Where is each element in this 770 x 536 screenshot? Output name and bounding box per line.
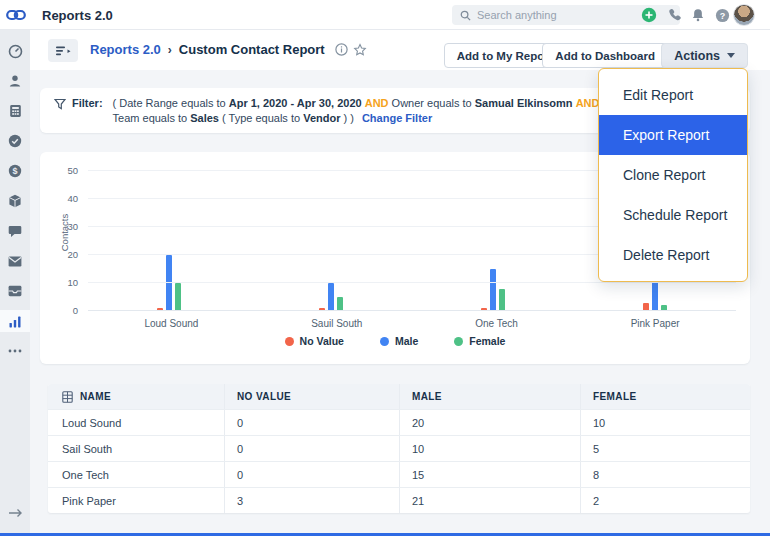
report-data-table: NAMENO VALUEMALEFEMALE Loud Sound02010Sa… — [48, 384, 750, 513]
filter-segment: Samual Elkinsomn — [475, 97, 573, 109]
sidebar-item-products-icon[interactable] — [0, 190, 30, 212]
sidebar-item-tasks-icon[interactable] — [0, 130, 30, 152]
table-cell-name: One Tech — [48, 462, 225, 487]
chart-legend: No ValueMaleFemale — [40, 335, 750, 347]
y-axis-ticks: 01020304050 — [40, 171, 82, 311]
table-row[interactable]: Sail South0105 — [48, 435, 750, 461]
breadcrumb-parent-link[interactable]: Reports 2.0 — [90, 42, 161, 57]
report-list-toggle-button[interactable] — [48, 39, 78, 62]
actions-button[interactable]: Actions — [661, 43, 748, 68]
brand-logo-icon[interactable] — [6, 7, 26, 27]
bar-male[interactable] — [166, 255, 172, 311]
x-axis-category-label: Sauil South — [311, 318, 362, 329]
table-cell-value: 10 — [400, 436, 581, 461]
y-tick-label: 20 — [67, 249, 78, 260]
filter-criteria-text: ( Date Range equals to Apr 1, 2020 - Apr… — [113, 96, 618, 133]
add-to-dashboard-button[interactable]: Add to Dashboard — [542, 43, 668, 68]
filter-segment: AND — [576, 97, 600, 109]
table-row[interactable]: Pink Paper3212 — [48, 487, 750, 513]
sidebar-item-email-icon[interactable] — [0, 250, 30, 272]
table-grid-icon — [62, 391, 73, 403]
x-axis-category-label: One Tech — [475, 318, 518, 329]
filter-label: Filter: — [72, 97, 103, 133]
breadcrumb-separator: › — [168, 43, 172, 57]
sidebar-item-dashboard-icon[interactable] — [0, 40, 30, 62]
menu-item-export-report[interactable]: Export Report — [599, 115, 747, 155]
actions-button-label: Actions — [674, 49, 720, 63]
filter-segment: Sales — [190, 112, 219, 124]
sidebar-expand-arrow-icon[interactable] — [0, 502, 30, 524]
table-header-cell: NO VALUE — [225, 384, 400, 409]
menu-item-edit-report[interactable]: Edit Report — [599, 75, 747, 115]
info-icon[interactable] — [335, 43, 348, 56]
table-header-cell: NAME — [48, 384, 225, 409]
change-filter-link[interactable]: Change Filter — [362, 112, 432, 124]
x-axis-category-label: Loud Sound — [144, 318, 198, 329]
legend-dot — [454, 337, 463, 346]
app-sidebar: $ — [0, 30, 30, 536]
sidebar-item-deals-icon[interactable]: $ — [0, 160, 30, 182]
bar-male[interactable] — [328, 283, 334, 311]
bar-female[interactable] — [175, 283, 181, 311]
legend-label: Male — [395, 335, 418, 347]
legend-item-male[interactable]: Male — [380, 335, 418, 347]
table-cell-value: 3 — [225, 488, 400, 513]
sidebar-item-analytics-icon[interactable] — [0, 310, 30, 332]
user-avatar[interactable] — [733, 4, 755, 26]
search-input[interactable] — [477, 9, 647, 21]
y-tick-label: 10 — [67, 277, 78, 288]
legend-label: Female — [469, 335, 505, 347]
table-header-cell: FEMALE — [581, 384, 750, 409]
table-cell-value: 20 — [400, 410, 581, 435]
table-cell-name: Pink Paper — [48, 488, 225, 513]
table-cell-value: 0 — [225, 436, 400, 461]
reports-app: Reports 2.0 ? $ Reports 2.0 › Custom Con… — [0, 0, 770, 536]
bar-male[interactable] — [490, 269, 496, 311]
table-cell-value: 8 — [581, 462, 750, 487]
sidebar-item-more-icon[interactable] — [0, 340, 30, 362]
breadcrumb: Reports 2.0 › Custom Contact Report — [90, 42, 367, 57]
favorite-star-icon[interactable] — [353, 43, 367, 57]
sidebar-item-inbox-icon[interactable] — [0, 280, 30, 302]
y-tick-label: 50 — [67, 165, 78, 176]
legend-item-no-value[interactable]: No Value — [285, 335, 344, 347]
legend-item-female[interactable]: Female — [454, 335, 505, 347]
x-axis-category-label: Pink Paper — [631, 318, 680, 329]
gridline — [88, 310, 736, 311]
bar-group — [319, 283, 343, 311]
filter-segment: ) ) — [340, 112, 353, 124]
app-title: Reports 2.0 — [42, 8, 113, 23]
menu-item-clone-report[interactable]: Clone Report — [599, 155, 747, 195]
filter-segment: Vendor — [303, 112, 340, 124]
sidebar-item-chat-icon[interactable] — [0, 220, 30, 242]
bar-female[interactable] — [337, 297, 343, 311]
bar-female[interactable] — [499, 289, 505, 311]
table-cell-value: 15 — [400, 462, 581, 487]
y-tick-label: 30 — [67, 221, 78, 232]
table-cell-value: 2 — [581, 488, 750, 513]
table-cell-value: 21 — [400, 488, 581, 513]
quick-add-icon[interactable] — [641, 7, 657, 23]
table-cell-name: Loud Sound — [48, 410, 225, 435]
y-tick-label: 0 — [73, 305, 78, 316]
phone-icon[interactable] — [666, 7, 682, 23]
help-icon[interactable]: ? — [714, 7, 730, 23]
report-header-row: Reports 2.0 › Custom Contact Report Add … — [30, 30, 770, 70]
filter-segment: ( Date Range equals to — [113, 97, 229, 109]
table-row[interactable]: Loud Sound02010 — [48, 409, 750, 435]
table-cell-name: Sail South — [48, 436, 225, 461]
bar-group — [481, 269, 505, 311]
legend-label: No Value — [300, 335, 344, 347]
table-row[interactable]: One Tech0158 — [48, 461, 750, 487]
menu-item-delete-report[interactable]: Delete Report — [599, 235, 747, 275]
chevron-down-icon — [727, 53, 735, 58]
table-header-cell: MALE — [400, 384, 581, 409]
sidebar-item-accounts-icon[interactable] — [0, 100, 30, 122]
table-cell-value: 10 — [581, 410, 750, 435]
legend-dot — [285, 337, 294, 346]
svg-text:$: $ — [12, 166, 17, 176]
top-bar: Reports 2.0 ? — [0, 0, 770, 30]
notifications-bell-icon[interactable] — [690, 7, 706, 23]
sidebar-item-contacts-icon[interactable] — [0, 70, 30, 92]
menu-item-schedule-report[interactable]: Schedule Report — [599, 195, 747, 235]
